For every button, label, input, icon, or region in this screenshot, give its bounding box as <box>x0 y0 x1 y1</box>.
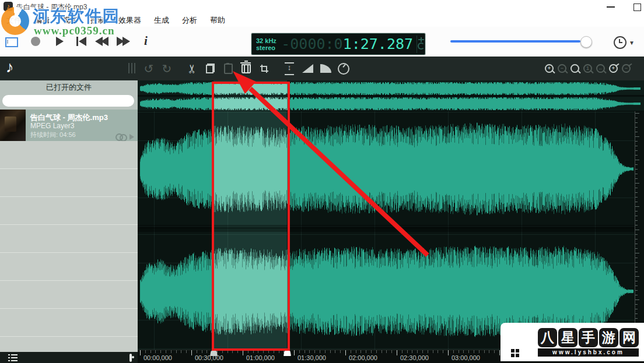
menu-file[interactable]: 文件 <box>0 13 28 27</box>
file-duration: 持续时间: 04:56 <box>30 131 76 139</box>
menu-bar: 文件 编辑 视图 控制 效果器 生成 分析 帮助 <box>0 13 644 27</box>
vertical-zoom-in-icon[interactable]: + <box>608 64 618 73</box>
sidebar-opened-files: 已打开的文件 告白气球 - 周杰伦.mp3 MPEG Layer3 持续时间: … <box>0 80 138 352</box>
trim-icon[interactable] <box>258 62 271 75</box>
zoom-previous-icon[interactable]: ← <box>596 64 605 73</box>
time-digits: -0000:01:27.287 <box>281 36 413 52</box>
zoom-fit-icon[interactable] <box>570 64 579 73</box>
toolbar-grip[interactable] <box>128 63 135 73</box>
time-loop-icon <box>418 43 425 50</box>
vertical-zoom-out-icon[interactable]: − <box>621 64 631 73</box>
file-format: MPEG Layer3 <box>30 122 74 130</box>
search-input[interactable] <box>2 95 134 107</box>
ruler-label: 03:00,000 <box>452 354 480 361</box>
menu-effects[interactable]: 效果器 <box>112 13 148 27</box>
amplitude-icon[interactable]: ↕ <box>283 62 296 75</box>
item-play-icon[interactable] <box>130 134 134 140</box>
watermark-bottom-logo-icon <box>504 327 534 357</box>
sidebar-search-row <box>0 94 138 110</box>
ruler-label: 01:00,000 <box>246 354 275 361</box>
sidebar-bottom-bar: ↓↑ <box>0 352 138 363</box>
ruler-label: 01:30,000 <box>298 354 326 361</box>
rewind-button[interactable] <box>95 37 108 46</box>
title-bar: ♪ 告白气球 - 周杰伦.mp3 <box>0 0 644 13</box>
fast-forward-button[interactable] <box>117 37 130 46</box>
menu-help[interactable]: 帮助 <box>204 13 232 27</box>
music-note-tab-icon[interactable]: ♪ <box>6 58 14 76</box>
watermark-bottom-url: www.lyshbx.com <box>538 348 639 357</box>
maximize-button[interactable] <box>634 3 641 11</box>
normalize-knob-icon[interactable] <box>337 62 350 75</box>
album-art-thumbnail <box>0 110 26 141</box>
zoom-selection-icon[interactable]: 1 <box>583 64 592 73</box>
skip-to-start-button[interactable] <box>76 37 86 46</box>
selection-start-handle[interactable] <box>210 351 218 356</box>
file-list-item[interactable]: 告白气球 - 周杰伦.mp3 MPEG Layer3 持续时间: 04:56 <box>0 110 138 141</box>
menu-view[interactable]: 视图 <box>56 13 84 27</box>
copy-icon[interactable] <box>204 62 216 75</box>
empty-file-rows <box>0 141 138 352</box>
fade-in-icon[interactable] <box>301 62 314 75</box>
info-button[interactable]: i <box>144 34 148 48</box>
paste-icon[interactable] <box>222 62 235 75</box>
app-window: ♪ 告白气球 - 周杰伦.mp3 文件 编辑 视图 控制 效果器 生成 分析 帮… <box>0 0 644 363</box>
app-icon: ♪ <box>4 2 13 11</box>
time-format-icon <box>418 39 424 40</box>
history-dropdown-caret[interactable]: ▼ <box>629 40 635 46</box>
format-label: 32 kHz stereo <box>251 37 281 51</box>
minimize-button[interactable] <box>607 6 615 8</box>
volume-slider-thumb[interactable] <box>580 36 592 48</box>
watermark-bottom: 八 星 手 游 网 www.lyshbx.com <box>501 323 644 361</box>
time-display-options[interactable] <box>416 36 425 53</box>
history-icon[interactable] <box>614 36 626 49</box>
ruler-label: 02:00,000 <box>349 354 377 361</box>
channel-mode: stereo <box>256 44 281 51</box>
menu-generate[interactable]: 生成 <box>148 13 176 27</box>
cut-icon[interactable]: ✂ <box>186 62 198 75</box>
panel-toggle-icon[interactable] <box>130 354 132 362</box>
selection-mode-icon[interactable] <box>5 37 18 47</box>
record-button[interactable] <box>31 37 40 46</box>
play-button[interactable] <box>56 37 64 46</box>
ruler-label: 00:00,000 <box>144 354 172 361</box>
zoom-in-icon[interactable]: + <box>545 64 554 73</box>
zoom-out-icon[interactable]: − <box>558 64 566 73</box>
menu-edit[interactable]: 编辑 <box>28 13 56 27</box>
delete-icon[interactable] <box>240 62 253 75</box>
window-title: 告白气球 - 周杰伦.mp3 <box>16 2 87 12</box>
fade-out-icon[interactable] <box>319 62 332 75</box>
ruler-label: 02:30,000 <box>400 354 429 361</box>
time-digits-bright: 1:27.287 <box>343 36 413 52</box>
selection-end-handle[interactable] <box>284 351 291 356</box>
time-display: 32 kHz stereo -0000:01:27.287 <box>251 33 426 55</box>
undo-icon[interactable]: ↺ <box>142 62 155 75</box>
sidebar-header: 已打开的文件 <box>0 80 138 94</box>
time-digits-dim: -0000:0 <box>281 36 342 52</box>
watermark-bottom-name: 八 星 手 游 网 <box>538 328 639 347</box>
edit-toolbar: ♪ ↺ ↻ ✂ ↕ + − 1 ← + − <box>0 57 644 80</box>
link-icon <box>116 133 123 141</box>
menu-analyze[interactable]: 分析 <box>176 13 204 27</box>
menu-control[interactable]: 控制 <box>84 13 112 27</box>
redo-icon[interactable]: ↻ <box>160 62 173 75</box>
sample-rate: 32 kHz <box>256 37 281 44</box>
volume-slider-track[interactable] <box>450 40 580 43</box>
annotation-selection-rectangle <box>212 82 290 351</box>
ruler-label: 00:30,000 <box>195 354 223 361</box>
list-view-icon[interactable] <box>8 354 18 361</box>
